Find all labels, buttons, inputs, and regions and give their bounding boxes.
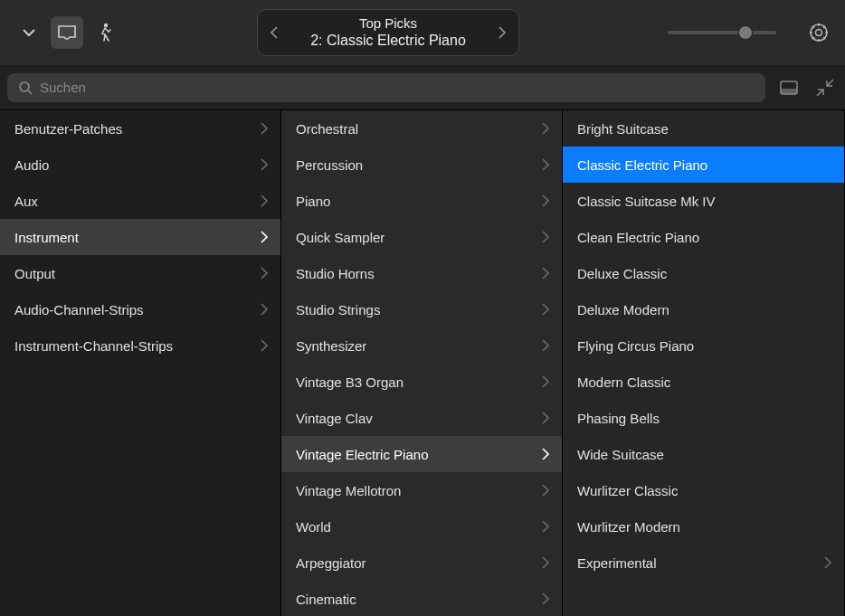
list-item[interactable]: Cinematic	[281, 581, 562, 616]
svg-point-0	[104, 24, 108, 27]
list-item[interactable]: Instrument-Channel-Strips	[0, 327, 280, 364]
list-item[interactable]: Studio Strings	[281, 291, 562, 327]
chevron-right-icon	[542, 158, 549, 171]
list-item-label: Benutzer-Patches	[14, 121, 122, 137]
list-item-label: Vintage Electric Piano	[296, 447, 428, 462]
submenu-indicator	[542, 592, 549, 605]
submenu-indicator	[542, 231, 549, 243]
list-item[interactable]: Wurlitzer Modern	[563, 508, 844, 545]
chevron-right-icon	[542, 520, 549, 533]
list-item[interactable]: Vintage Mellotron	[281, 472, 562, 508]
pose-button[interactable]	[89, 16, 121, 49]
preset-title[interactable]: Top Picks 2: Classic Electric Piano	[285, 14, 491, 51]
list-item[interactable]: Phasing Bells	[563, 400, 844, 436]
list-item[interactable]: Arpeggiator	[281, 545, 562, 581]
list-item[interactable]: Bright Suitcase	[563, 110, 844, 147]
list-item[interactable]: Wurlitzer Classic	[563, 472, 844, 508]
chevron-right-icon	[824, 556, 831, 569]
list-item-label: Flying Circus Piano	[577, 338, 694, 354]
preset-name: 2: Classic Electric Piano	[285, 32, 491, 51]
list-item[interactable]: World	[281, 508, 562, 545]
search-box[interactable]	[7, 73, 765, 102]
collapse-button[interactable]	[812, 75, 838, 100]
list-item[interactable]: Benutzer-Patches	[0, 110, 280, 147]
list-item[interactable]: Audio-Channel-Strips	[0, 291, 280, 327]
submenu-indicator	[542, 484, 549, 497]
list-item-label: Wurlitzer Modern	[577, 519, 680, 535]
list-item[interactable]: Synthesizer	[281, 327, 562, 364]
list-item[interactable]: Deluxe Classic	[563, 255, 844, 291]
column-2: OrchestralPercussionPianoQuick SamplerSt…	[281, 110, 563, 616]
search-input[interactable]	[40, 80, 755, 95]
list-item-label: Classic Electric Piano	[577, 157, 707, 173]
chevron-right-icon	[542, 448, 549, 460]
list-item-label: Output	[14, 266, 55, 281]
svg-point-11	[20, 82, 29, 91]
list-item[interactable]: Percussion	[281, 147, 562, 183]
list-item-label: Arpeggiator	[296, 555, 366, 571]
list-item[interactable]: Modern Classic	[563, 364, 844, 400]
list-item[interactable]: Flying Circus Piano	[563, 327, 844, 364]
chevron-right-icon	[542, 556, 549, 569]
collapse-arrows-icon	[816, 79, 834, 97]
chevron-right-icon	[542, 339, 549, 352]
list-item[interactable]: Instrument	[0, 219, 280, 255]
search-icon	[18, 81, 33, 95]
chevron-right-icon	[542, 375, 549, 388]
prev-preset-button[interactable]	[263, 14, 285, 51]
chevron-right-icon	[261, 194, 268, 207]
dropdown-menu-button[interactable]	[13, 16, 45, 49]
list-item-label: Bright Suitcase	[577, 121, 669, 137]
chevron-right-icon	[498, 25, 507, 40]
list-item[interactable]: Quick Sampler	[281, 219, 562, 255]
submenu-indicator	[824, 556, 831, 569]
list-item[interactable]: Audio	[0, 147, 280, 183]
list-item[interactable]: Vintage Clav	[281, 400, 562, 436]
list-item[interactable]: Output	[0, 255, 280, 291]
column-1: Benutzer-PatchesAudioAuxInstrumentOutput…	[0, 110, 281, 616]
list-item-label: Audio	[14, 157, 49, 173]
settings-button[interactable]	[805, 19, 832, 46]
submenu-indicator	[542, 520, 549, 533]
submenu-indicator	[542, 303, 549, 316]
person-walking-icon	[97, 23, 113, 43]
list-item[interactable]: Studio Horns	[281, 255, 562, 291]
list-item[interactable]: Orchestral	[281, 110, 562, 147]
list-item-label: Classic Suitcase Mk IV	[577, 194, 716, 209]
list-item[interactable]: Piano	[281, 183, 562, 219]
list-item[interactable]: Vintage Electric Piano	[281, 436, 562, 472]
column-3: Bright SuitcaseClassic Electric PianoCla…	[563, 110, 845, 616]
chevron-right-icon	[261, 267, 268, 280]
submenu-indicator	[542, 448, 549, 460]
list-item[interactable]: Wide Suitcase	[563, 436, 844, 472]
toolbar: Top Picks 2: Classic Electric Piano	[0, 0, 845, 65]
list-item-label: Phasing Bells	[577, 411, 660, 426]
slider-thumb[interactable]	[738, 25, 753, 40]
chevron-right-icon	[542, 267, 549, 280]
submenu-indicator	[542, 339, 549, 352]
list-item[interactable]: Classic Suitcase Mk IV	[563, 183, 844, 219]
list-item[interactable]: Aux	[0, 183, 280, 219]
submenu-indicator	[261, 194, 268, 207]
list-item[interactable]: Deluxe Modern	[563, 291, 844, 327]
slider-track	[668, 31, 776, 34]
submenu-indicator	[261, 122, 268, 135]
list-item[interactable]: Experimental	[563, 545, 844, 581]
list-item-label: Experimental	[577, 555, 657, 571]
next-preset-button[interactable]	[491, 14, 513, 51]
list-item[interactable]: Vintage B3 Organ	[281, 364, 562, 400]
list-item-label: Vintage Mellotron	[296, 483, 401, 498]
submenu-indicator	[261, 303, 268, 316]
list-item[interactable]: Classic Electric Piano	[563, 147, 844, 183]
view-toggle-button[interactable]	[776, 75, 802, 100]
list-item-label: Audio-Channel-Strips	[14, 302, 144, 317]
chevron-right-icon	[261, 122, 268, 135]
library-button[interactable]	[51, 16, 83, 49]
list-item-label: Clean Electric Piano	[577, 230, 699, 245]
list-item-label: Studio Strings	[296, 302, 380, 317]
list-item[interactable]: Clean Electric Piano	[563, 219, 844, 255]
search-row	[0, 65, 845, 110]
submenu-indicator	[542, 158, 549, 171]
chevron-right-icon	[261, 339, 268, 352]
volume-slider[interactable]	[668, 31, 776, 34]
